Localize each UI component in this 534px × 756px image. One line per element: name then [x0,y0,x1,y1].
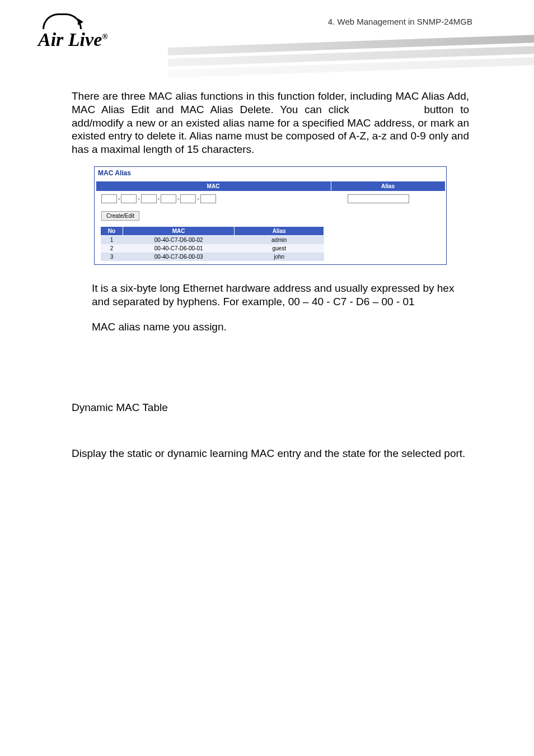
mac-octet-2[interactable] [121,194,137,203]
mac-octet-3[interactable] [141,194,157,203]
logo-text: Air Live® [38,29,150,50]
cell-mac: 00-40-C7-D6-00-01 [123,244,234,253]
sep-icon: - [197,195,199,202]
cell-mac: 00-40-C7-D6-00-02 [123,235,234,244]
th-mac: MAC [123,226,234,235]
panel-header-row: MAC Alias [96,181,445,191]
intro-text-prefix: There are three MAC alias functions in t… [72,90,469,115]
create-edit-button[interactable]: Create/Edit [101,211,139,221]
logo-text-label: Air Live [38,29,102,50]
sep-icon: - [118,195,120,202]
panel-title: MAC Alias [96,168,445,181]
mac-description: It is a six-byte long Ethernet hardware … [92,282,469,309]
th-alias: Alias [235,226,324,235]
table-row[interactable]: 1 00-40-C7-D6-00-02 admin [101,235,324,244]
logo-reg: ® [102,32,107,41]
mac-octet-4[interactable] [161,194,176,203]
input-row: - - - - - [96,191,445,210]
section-title: Dynamic MAC Table [72,402,469,414]
hdr-mac: MAC [96,181,331,191]
hdr-alias: Alias [331,181,445,191]
cell-mac: 00-40-C7-D6-00-03 [123,253,234,261]
cell-alias: john [235,253,324,261]
intro-paragraph: There are three MAC alias functions in t… [72,90,469,156]
mac-octet-6[interactable] [200,194,216,203]
brand-logo: Air Live® [38,13,150,50]
function-description: Display the static or dynamic learning M… [72,447,469,460]
alias-input[interactable] [348,194,409,203]
logo-arc-icon [43,13,82,29]
breadcrumb: 4. Web Management in SNMP-24MGB [328,17,472,26]
table-row[interactable]: 3 00-40-C7-D6-00-03 john [101,253,324,261]
table-row[interactable]: 2 00-40-C7-D6-00-01 guest [101,244,324,253]
mac-input-group: - - - - - [101,194,216,203]
sep-icon: - [177,195,179,202]
cell-alias: admin [235,235,324,244]
mac-octet-5[interactable] [180,194,196,203]
cell-alias: guest [235,244,324,253]
cell-no: 3 [101,253,123,261]
mac-alias-panel: MAC Alias MAC Alias - - - - - Create/Edi… [94,166,447,265]
th-no: No [101,226,123,235]
header-bands [168,48,534,81]
page-header: Air Live® 4. Web Management in SNMP-24MG… [0,0,534,78]
cell-no: 1 [101,235,123,244]
sep-icon: - [138,195,139,202]
sep-icon: - [158,195,160,202]
mac-octet-1[interactable] [101,194,117,203]
mac-alias-table: No MAC Alias 1 00-40-C7-D6-00-02 admin 2… [100,226,324,261]
cell-no: 2 [101,244,123,253]
page-content: There are three MAC alias functions in t… [0,78,534,460]
alias-description: MAC alias name you assign. [92,320,469,334]
